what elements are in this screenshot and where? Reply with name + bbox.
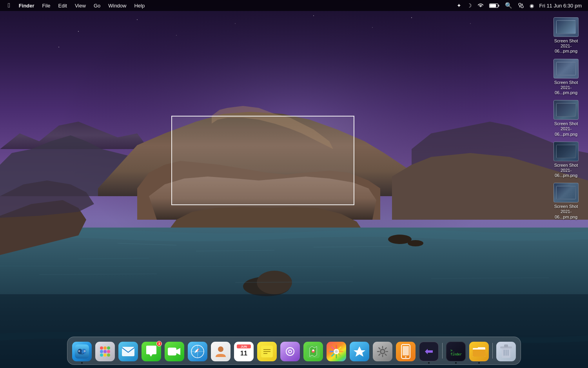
svg-rect-48 [168, 348, 176, 355]
svg-point-21 [372, 27, 373, 28]
apple-menu[interactable]:  [3, 0, 15, 11]
dock-trash[interactable] [495, 341, 517, 362]
svg-rect-86 [504, 344, 508, 347]
focus-icon[interactable]: ☽ [465, 2, 474, 9]
svg-point-44 [100, 353, 103, 357]
desktop-icon-screenshot5[interactable]: Screen Shot2021-06...pm.png [550, 181, 582, 221]
svg-line-9 [314, 246, 392, 247]
dock-notes[interactable] [256, 341, 278, 362]
dock-iterm[interactable]: >_ finder [445, 341, 466, 362]
menu-window[interactable]: Window [104, 0, 130, 11]
screenshot5-thumbnail [554, 183, 579, 202]
screenshot4-thumbnail [554, 142, 579, 161]
photos-icon [327, 342, 346, 361]
svg-point-68 [335, 350, 338, 353]
svg-text:finder: finder [450, 353, 462, 356]
mail-icon [118, 342, 138, 361]
menu-help[interactable]: Help [130, 0, 149, 11]
svg-point-30 [521, 5, 523, 8]
search-menubar-icon[interactable]: 🔍 [503, 2, 514, 9]
menu-view[interactable]: View [71, 0, 90, 11]
dock-appstore[interactable] [349, 341, 370, 362]
svg-point-27 [519, 3, 521, 5]
svg-rect-1 [0, 0, 588, 368]
svg-point-2 [243, 277, 290, 296]
svg-rect-26 [490, 4, 496, 7]
menu-edit[interactable]: Edit [54, 0, 71, 11]
svg-line-10 [0, 266, 353, 267]
desktop-icon-screenshot4[interactable]: Screen Shot2021-06...pm.png [550, 140, 582, 180]
calendar-icon: JUN 11 [234, 342, 254, 361]
dock-systemprefs[interactable] [372, 341, 393, 362]
svg-line-12 [235, 282, 353, 282]
dock-finder2[interactable] [468, 341, 490, 362]
messages-icon: 3 [142, 342, 161, 361]
svg-line-13 [431, 278, 549, 279]
svg-line-75 [339, 347, 341, 350]
dock-calendar[interactable]: JUN 11 [233, 341, 254, 362]
dock-launchpad2[interactable] [279, 341, 301, 362]
wifi-icon[interactable] [476, 3, 485, 8]
menu-go[interactable]: Go [90, 0, 104, 11]
svg-point-5 [408, 240, 423, 246]
battery-icon[interactable] [488, 3, 501, 8]
app-name[interactable]: Finder [15, 0, 38, 11]
finder-dot [81, 362, 83, 364]
dock-contacts[interactable] [210, 341, 231, 362]
dock: 3 [67, 337, 521, 365]
svg-point-23 [470, 23, 471, 24]
svg-point-43 [107, 350, 110, 353]
screenshot2-label: Screen Shot2021-06...pm.png [552, 80, 580, 96]
svg-line-7 [196, 250, 274, 251]
screenshot1-thumbnail [554, 17, 579, 37]
systemprefs-icon [373, 342, 392, 361]
notes-icon [257, 342, 277, 361]
control-center-icon[interactable] [516, 2, 526, 9]
dock-separator [442, 343, 443, 359]
user-icon[interactable]: ◉ [528, 3, 535, 9]
svg-point-81 [405, 356, 407, 358]
svg-text:11: 11 [240, 350, 247, 357]
clock[interactable]: Fri 11 Jun 6:30 pm [538, 3, 583, 9]
dock-messages[interactable]: 3 [141, 341, 162, 362]
menubar-right: ✦ ☽ 🔍 [455, 2, 588, 9]
menu-file[interactable]: File [38, 0, 54, 11]
dock-mail[interactable] [118, 341, 139, 362]
svg-point-40 [107, 346, 110, 350]
desktop-icon-screenshot1[interactable]: Screen Shot2021-06...pm.png [550, 16, 582, 56]
dock-bezel[interactable] [395, 341, 416, 362]
screenshot3-thumbnail [554, 100, 579, 120]
screenshot1-label: Screen Shot2021-06...pm.png [552, 38, 580, 54]
dock-maps[interactable] [303, 341, 324, 362]
dock-warp[interactable] [418, 341, 439, 362]
bezel-icon [396, 342, 416, 361]
svg-point-39 [103, 346, 107, 350]
warp-icon [419, 342, 439, 361]
desktop:  Finder File Edit View Go Window Help ✦… [0, 0, 588, 368]
svg-point-36 [79, 351, 80, 352]
apple-logo:  [8, 2, 10, 9]
warp-menubar-icon[interactable]: ✦ [455, 2, 463, 9]
svg-point-17 [176, 35, 177, 36]
desktop-icon-screenshot2[interactable]: Screen Shot2021-06...pm.png [550, 57, 582, 97]
iterm-dot [455, 362, 457, 364]
facetime-icon [165, 342, 184, 361]
dock-safari[interactable] [187, 341, 208, 362]
screenshot5-label: Screen Shot2021-06...pm.png [552, 204, 580, 220]
desktop-icon-screenshot3[interactable]: Screen Shot2021-06...pm.png [550, 98, 582, 138]
svg-point-45 [103, 353, 107, 357]
svg-point-46 [107, 353, 110, 357]
svg-line-76 [332, 354, 334, 356]
maps-icon [303, 342, 323, 361]
trash-icon [496, 342, 516, 361]
dock-photos[interactable] [326, 341, 347, 362]
dock-facetime[interactable] [164, 341, 185, 362]
dock-launchpad[interactable] [94, 341, 116, 362]
svg-point-28 [521, 4, 523, 5]
svg-point-63 [289, 351, 291, 352]
svg-line-73 [332, 347, 334, 350]
svg-rect-47 [122, 347, 134, 356]
svg-point-38 [100, 346, 103, 350]
dock-finder[interactable] [71, 341, 93, 362]
svg-line-8 [78, 258, 149, 259]
